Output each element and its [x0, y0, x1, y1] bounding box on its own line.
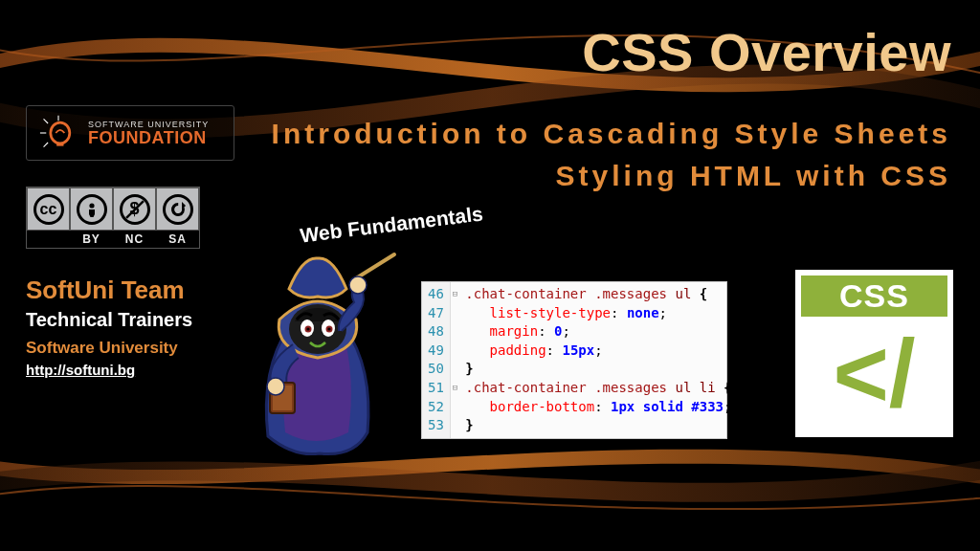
- css-logo-label: CSS: [801, 276, 947, 317]
- team-name: SoftUni Team: [26, 276, 192, 305]
- svg-point-4: [51, 122, 70, 143]
- team-link[interactable]: http://softuni.bg: [26, 362, 192, 378]
- wizard-mascot: [241, 245, 399, 465]
- foundation-text-bottom: FOUNDATION: [88, 129, 209, 146]
- css-logo: CSS </: [795, 270, 953, 437]
- svg-point-14: [327, 327, 330, 330]
- web-fundamentals-label: Web Fundamentals: [299, 202, 484, 247]
- svg-line-6: [126, 201, 144, 218]
- subtitle-line-1: Introduction to Cascading Style Sheets: [272, 113, 951, 155]
- page-subtitle: Introduction to Cascading Style Sheets S…: [272, 113, 951, 196]
- svg-point-18: [267, 378, 284, 395]
- team-role: Technical Trainers: [26, 309, 192, 331]
- cc-label-by: BY: [70, 231, 113, 248]
- code-snippet: 4647484950515253 ⊟⊟ .chat-container .mes…: [421, 281, 727, 439]
- svg-point-5: [89, 203, 94, 208]
- svg-line-0: [44, 119, 49, 123]
- cc-label-0: [27, 231, 70, 248]
- svg-line-2: [44, 143, 49, 147]
- cc-label-nc: NC: [113, 231, 156, 248]
- sa-icon: [163, 194, 193, 225]
- svg-point-11: [306, 327, 309, 330]
- css-logo-angle: </: [801, 317, 947, 430]
- subtitle-line-2: Styling HTML with CSS: [272, 155, 951, 197]
- page-title: CSS Overview: [582, 21, 951, 83]
- cc-label-sa: SA: [156, 231, 199, 248]
- by-icon: [77, 194, 107, 225]
- code-gutter: 4647484950515253: [422, 282, 451, 438]
- lightbulb-icon: [36, 114, 80, 152]
- team-org: Software University: [26, 339, 192, 358]
- cc-license-badge: cc $ BY NC SA: [26, 187, 200, 249]
- cc-icon: cc: [33, 194, 64, 225]
- team-info: SoftUni Team Technical Trainers Software…: [26, 276, 192, 378]
- foundation-logo: SOFTWARE UNIVERSITY FOUNDATION: [26, 105, 234, 161]
- svg-point-15: [349, 276, 367, 294]
- code-fold-column: ⊟⊟: [451, 282, 459, 438]
- nc-icon: $: [120, 194, 150, 225]
- code-lines: .chat-container .messages ul { list-styl…: [459, 282, 737, 438]
